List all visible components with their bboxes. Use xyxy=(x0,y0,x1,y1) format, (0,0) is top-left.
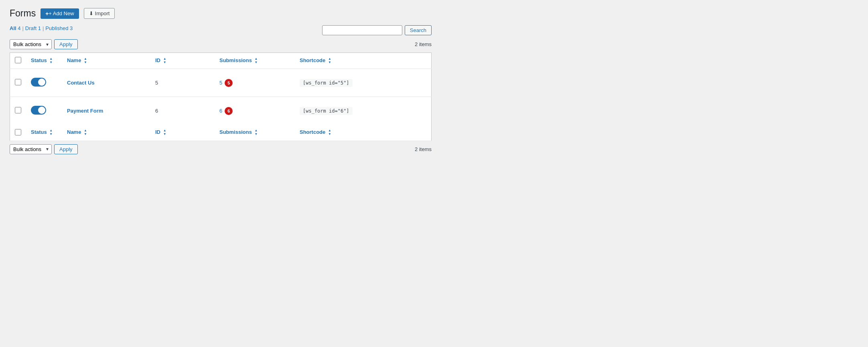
row-checkbox-cell-2 xyxy=(10,97,26,125)
row-id-cell-1: 5 xyxy=(150,69,215,97)
forms-table: Status ▲▼ Name ▲▼ ID ▲▼ xyxy=(10,52,432,141)
filter-draft[interactable]: Draft 1 xyxy=(25,25,41,31)
row-checkbox-cell-1 xyxy=(10,69,26,97)
sort-arrows-name: ▲▼ xyxy=(84,57,87,65)
bottom-items-count: 2 items xyxy=(415,146,432,152)
page-title: Forms xyxy=(10,8,36,19)
footer-col-status[interactable]: Status ▲▼ xyxy=(26,125,62,141)
import-label: Import xyxy=(95,10,110,16)
form-name-link-1[interactable]: Contact Us xyxy=(67,80,95,86)
sort-arrows-status: ▲▼ xyxy=(49,57,53,65)
submission-badge-2[interactable]: 6 xyxy=(225,107,233,115)
form-name-link-2[interactable]: Payment Form xyxy=(67,108,103,114)
row-shortcode-cell-1: [ws_form id="5"] xyxy=(295,69,432,97)
shortcode-1[interactable]: [ws_form id="5"] xyxy=(300,79,353,87)
plus-icon: + xyxy=(45,10,49,17)
select-all-checkbox[interactable] xyxy=(15,57,21,63)
col-header-status[interactable]: Status ▲▼ xyxy=(26,53,62,69)
bottom-bulk-select[interactable]: Bulk actions Delete Publish Unpublish xyxy=(10,144,52,154)
search-area: Search xyxy=(322,25,432,35)
status-toggle-2[interactable] xyxy=(31,106,46,115)
footer-col-shortcode[interactable]: Shortcode ▲▼ xyxy=(295,125,432,141)
table-body: Contact Us 5 5 5 [ws_form id="5"] xyxy=(10,69,432,125)
col-header-id[interactable]: ID ▲▼ xyxy=(150,53,215,69)
col-header-submissions[interactable]: Submissions ▲▼ xyxy=(215,53,295,69)
add-new-button[interactable]: + + Add New xyxy=(41,8,79,19)
status-toggle-1[interactable] xyxy=(31,78,46,87)
import-button[interactable]: ⬇ Import xyxy=(84,8,115,19)
footer-sort-arrows-submissions: ▲▼ xyxy=(255,129,258,136)
footer-col-submissions[interactable]: Submissions ▲▼ xyxy=(215,125,295,141)
col-header-name[interactable]: Name ▲▼ xyxy=(62,53,150,69)
bottom-apply-button[interactable]: Apply xyxy=(54,144,78,154)
bottom-bulk-actions-bar: Bulk actions Delete Publish Unpublish Ap… xyxy=(10,144,432,154)
select-all-header xyxy=(10,53,26,69)
footer-sort-arrows-id: ▲▼ xyxy=(163,129,166,136)
row-name-cell-2: Payment Form xyxy=(62,97,150,125)
sort-arrows-shortcode: ▲▼ xyxy=(328,57,331,65)
submission-count-2[interactable]: 6 xyxy=(219,108,222,114)
table-footer: Status ▲▼ Name ▲▼ ID ▲▼ xyxy=(10,125,432,141)
footer-sort-arrows-status: ▲▼ xyxy=(49,129,53,136)
row-shortcode-cell-2: [ws_form id="6"] xyxy=(295,97,432,125)
shortcode-2[interactable]: [ws_form id="6"] xyxy=(300,107,353,115)
footer-select-all-header xyxy=(10,125,26,141)
top-apply-button[interactable]: Apply xyxy=(54,39,78,49)
sort-arrows-submissions: ▲▼ xyxy=(255,57,258,65)
sort-arrows-id: ▲▼ xyxy=(163,57,166,65)
row-checkbox-2[interactable] xyxy=(15,107,21,113)
filter-all[interactable]: All 4 xyxy=(10,25,20,31)
row-status-cell-1 xyxy=(26,69,62,97)
row-checkbox-1[interactable] xyxy=(15,79,21,85)
submission-count-1[interactable]: 5 xyxy=(219,80,222,86)
download-icon: ⬇ xyxy=(89,10,93,16)
search-input[interactable] xyxy=(322,25,402,35)
table-header: Status ▲▼ Name ▲▼ ID ▲▼ xyxy=(10,53,432,69)
bottom-bulk-select-wrapper: Bulk actions Delete Publish Unpublish xyxy=(10,144,52,154)
filter-published[interactable]: Published 3 xyxy=(45,25,73,31)
row-submissions-cell-2: 6 6 xyxy=(215,97,295,125)
top-bulk-select[interactable]: Bulk actions Delete Publish Unpublish xyxy=(10,39,52,49)
row-id-cell-2: 6 xyxy=(150,97,215,125)
row-submissions-cell-1: 5 5 xyxy=(215,69,295,97)
submission-badge-1[interactable]: 5 xyxy=(225,79,233,87)
table-row: Contact Us 5 5 5 [ws_form id="5"] xyxy=(10,69,432,97)
top-bulk-select-wrapper: Bulk actions Delete Publish Unpublish xyxy=(10,39,52,49)
footer-sort-arrows-name: ▲▼ xyxy=(84,129,87,136)
row-name-cell-1: Contact Us xyxy=(62,69,150,97)
table-row: Payment Form 6 6 6 [ws_form id="6"] xyxy=(10,97,432,125)
top-items-count: 2 items xyxy=(415,41,432,47)
footer-sort-arrows-shortcode: ▲▼ xyxy=(328,129,331,136)
filter-links: All 4 | Draft 1 | Published 3 xyxy=(10,25,73,31)
footer-col-name[interactable]: Name ▲▼ xyxy=(62,125,150,141)
footer-select-all-checkbox[interactable] xyxy=(15,129,21,135)
search-button[interactable]: Search xyxy=(405,25,432,35)
col-header-shortcode[interactable]: Shortcode ▲▼ xyxy=(295,53,432,69)
row-status-cell-2 xyxy=(26,97,62,125)
footer-col-id[interactable]: ID ▲▼ xyxy=(150,125,215,141)
top-bulk-actions-bar: Bulk actions Delete Publish Unpublish Ap… xyxy=(10,39,432,49)
